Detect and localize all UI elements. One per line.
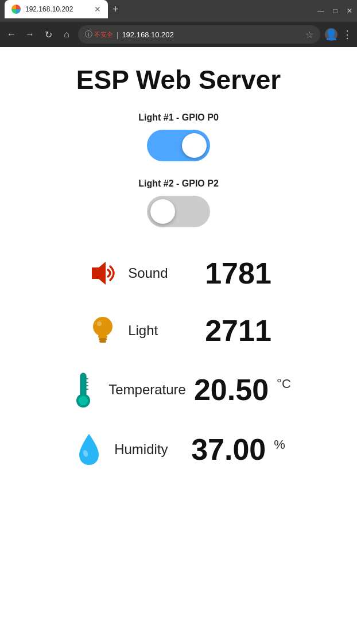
bookmark-icon[interactable]: ☆: [305, 29, 313, 40]
toggle1-section: Light #1 - GPIO P0: [17, 112, 340, 173]
back-button[interactable]: ←: [5, 29, 18, 40]
humidity-icon: [72, 432, 106, 467]
light-row: Light 2711: [17, 313, 340, 348]
toggle2-knob: [150, 199, 175, 224]
window-controls: — □ ✕: [317, 7, 352, 15]
thermometer-icon: [66, 371, 100, 409]
security-label: 不安全: [94, 30, 113, 39]
svg-point-5: [97, 321, 102, 326]
info-icon: ⓘ: [85, 29, 92, 40]
menu-button[interactable]: ⋮: [342, 28, 352, 41]
humidity-row: Humidity 37.00 %: [17, 432, 340, 467]
address-bar: ← → ↻ ⌂ ⓘ 不安全 | 192.168.10.202 ☆ 👤 ⋮: [0, 22, 357, 47]
temperature-row: Temperature 20.50 °C: [17, 371, 340, 409]
temperature-label: Temperature: [108, 382, 186, 398]
lightbulb-icon: [86, 314, 120, 347]
sound-value: 1781: [205, 256, 271, 290]
reload-button[interactable]: ↻: [41, 29, 55, 40]
svg-rect-3: [99, 338, 107, 340]
toggle1-wrapper: [147, 130, 210, 161]
security-indicator: ⓘ 不安全: [85, 29, 113, 40]
tab-favicon: [11, 5, 21, 14]
url-text: 192.168.10.202: [122, 30, 302, 39]
profile-avatar[interactable]: 👤: [325, 28, 337, 41]
svg-point-9: [79, 396, 88, 405]
forward-button[interactable]: →: [23, 29, 37, 40]
close-button[interactable]: ✕: [347, 7, 352, 15]
separator: |: [117, 30, 118, 39]
page-title: ESP Web Server: [76, 64, 281, 95]
light-value: 2711: [205, 313, 271, 348]
light-label: Light: [128, 323, 197, 339]
svg-rect-4: [99, 340, 106, 343]
browser-chrome: 192.168.10.202 ✕ + — □ ✕ ← → ↻ ⌂ ⓘ 不安全 |…: [0, 0, 357, 47]
title-bar: 192.168.10.202 ✕ + — □ ✕: [0, 0, 357, 22]
address-field[interactable]: ⓘ 不安全 | 192.168.10.202 ☆: [78, 25, 320, 44]
toggle2-wrapper: [147, 196, 210, 227]
sound-icon: [86, 259, 120, 287]
new-tab-button[interactable]: +: [112, 0, 119, 18]
tab-title: 192.168.10.202: [25, 5, 90, 13]
temperature-unit: °C: [277, 377, 291, 391]
home-button[interactable]: ⌂: [60, 29, 73, 40]
toggle2-switch[interactable]: [147, 196, 210, 227]
humidity-label: Humidity: [114, 441, 183, 457]
humidity-value: 37.00: [191, 432, 266, 467]
humidity-unit: %: [274, 437, 285, 452]
active-tab[interactable]: 192.168.10.202 ✕: [5, 0, 108, 18]
svg-rect-2: [98, 335, 107, 338]
tab-close-button[interactable]: ✕: [94, 5, 101, 14]
toggle1-switch[interactable]: [147, 130, 210, 161]
temperature-value: 20.50: [194, 373, 269, 407]
toggle2-label: Light #2 - GPIO P2: [138, 179, 219, 189]
page-content: ESP Web Server Light #1 - GPIO P0 Light …: [0, 47, 357, 644]
svg-marker-0: [92, 262, 106, 285]
maximize-button[interactable]: □: [333, 7, 337, 15]
toggle2-section: Light #2 - GPIO P2: [17, 179, 340, 239]
toggle1-label: Light #1 - GPIO P0: [138, 112, 219, 123]
minimize-button[interactable]: —: [317, 7, 324, 15]
sound-label: Sound: [128, 265, 197, 281]
avatar-icon: 👤: [325, 28, 337, 41]
sound-row: Sound 1781: [17, 256, 340, 290]
svg-point-1: [93, 317, 112, 336]
toggle1-knob: [182, 133, 207, 158]
